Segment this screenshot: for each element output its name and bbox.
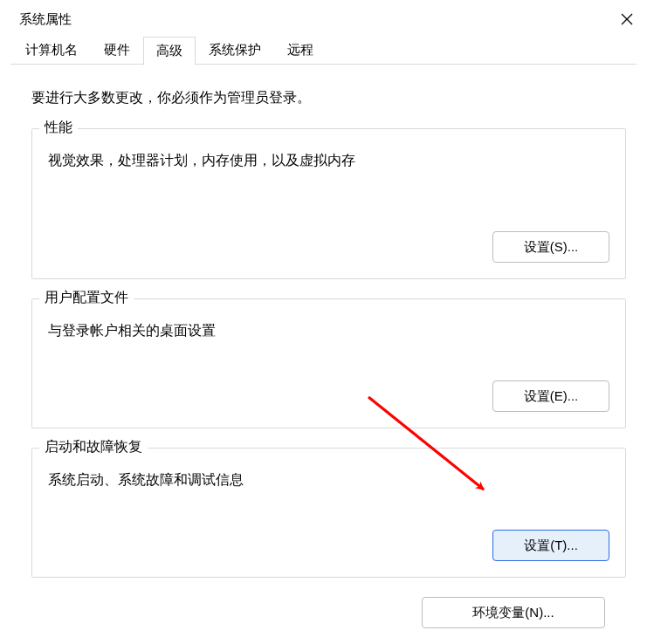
group-performance-title: 性能 xyxy=(39,119,78,137)
group-performance-desc: 视觉效果，处理器计划，内存使用，以及虚拟内存 xyxy=(48,152,609,170)
tab-hardware[interactable]: 硬件 xyxy=(91,36,143,65)
tab-bar: 计算机名 硬件 高级 系统保护 远程 xyxy=(0,35,647,65)
close-icon[interactable] xyxy=(621,13,633,25)
group-userprofile: 用户配置文件 与登录帐户相关的桌面设置 设置(E)... xyxy=(31,298,626,428)
tab-content-advanced: 要进行大多数更改，你必须作为管理员登录。 性能 视觉效果，处理器计划，内存使用，… xyxy=(0,65,647,637)
admin-intro-text: 要进行大多数更改，你必须作为管理员登录。 xyxy=(31,89,626,107)
startup-settings-button[interactable]: 设置(T)... xyxy=(492,530,609,561)
performance-settings-button[interactable]: 设置(S)... xyxy=(492,231,609,263)
group-startup-title: 启动和故障恢复 xyxy=(39,438,148,456)
group-startup-recovery: 启动和故障恢复 系统启动、系统故障和调试信息 设置(T)... xyxy=(31,448,626,578)
tab-remote[interactable]: 远程 xyxy=(274,36,327,65)
titlebar: 系统属性 xyxy=(0,0,647,35)
environment-variables-button[interactable]: 环境变量(N)... xyxy=(422,597,605,628)
tab-advanced[interactable]: 高级 xyxy=(143,37,196,65)
tab-computer-name[interactable]: 计算机名 xyxy=(12,36,91,65)
tab-system-protection[interactable]: 系统保护 xyxy=(196,36,274,65)
window-title: 系统属性 xyxy=(19,11,72,28)
userprofile-settings-button[interactable]: 设置(E)... xyxy=(492,380,609,412)
group-performance: 性能 视觉效果，处理器计划，内存使用，以及虚拟内存 设置(S)... xyxy=(31,128,626,279)
group-userprofile-title: 用户配置文件 xyxy=(39,289,134,307)
group-startup-desc: 系统启动、系统故障和调试信息 xyxy=(48,471,609,490)
group-userprofile-desc: 与登录帐户相关的桌面设置 xyxy=(48,322,609,340)
